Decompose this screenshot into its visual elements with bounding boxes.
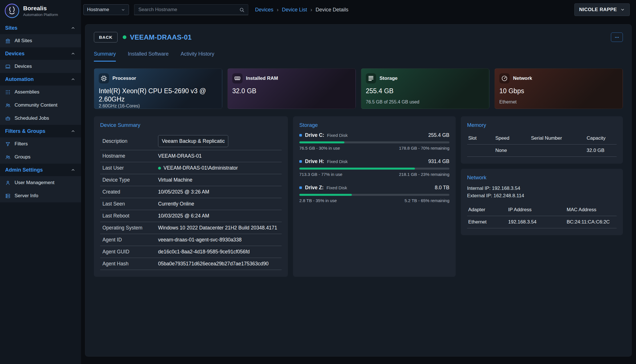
row-value: Virtual Machine: [158, 177, 279, 183]
drive-bullet-icon: [299, 134, 302, 137]
more-actions-button[interactable]: [611, 32, 623, 42]
tab-activity-history[interactable]: Activity History: [181, 51, 214, 62]
app-name: Borealis: [23, 5, 58, 11]
sidebar-item-devices[interactable]: Devices: [0, 60, 81, 73]
section-label: Admin Settings: [5, 167, 43, 173]
table-row-last-reboot: Last Reboot 10/03/2025 @ 6:24 AM: [100, 210, 282, 222]
row-label: Last Seen: [102, 201, 158, 207]
table-row-agent-guid: Agent GUID de16c0c1-8aa2-4d18-9585-9ce91…: [100, 246, 282, 258]
logo-text: Borealis Automation Platform: [23, 5, 58, 17]
search-input[interactable]: [138, 7, 239, 13]
drive-row: Drive Z: Fixed Disk 8.0 TB: [299, 185, 449, 191]
drive-usage-bar: [299, 141, 449, 143]
sidebar-item-user-management[interactable]: User Management: [0, 176, 81, 189]
sidebar-section-devices[interactable]: Devices: [0, 47, 81, 60]
briefcase-icon: [5, 116, 11, 121]
card-title: Processor: [112, 76, 136, 81]
drive-usage-fill: [299, 168, 415, 170]
chevron-down-icon: [121, 8, 125, 12]
ram-icon: [232, 73, 243, 84]
sidebar-section-admin-settings[interactable]: Admin Settings: [0, 164, 81, 176]
user-name: NICOLE RAPPE: [579, 7, 617, 13]
server-icon: [5, 193, 11, 199]
card-footer: [232, 99, 351, 105]
card-head: Processor: [99, 73, 217, 84]
network-panel: Network Internal IP: 192.168.3.54 Extern…: [461, 169, 623, 235]
card-footer: 2.60GHz (16-Cores): [99, 103, 217, 109]
breadcrumb-device-list[interactable]: Device List: [282, 7, 307, 13]
sidebar-item-groups[interactable]: Groups: [0, 151, 81, 164]
right-column: Memory Slot Speed Serial Number Capacity…: [461, 116, 623, 277]
network-table-row: Ethernet 192.168.3.54 BC:24:11:CA:C6:2C: [467, 216, 617, 228]
row-label: Device Type: [102, 177, 158, 183]
sidebar-section-sites[interactable]: Sites: [0, 22, 81, 34]
sidebar-item-all-sites[interactable]: All Sites: [0, 34, 81, 47]
description-input[interactable]: [158, 135, 228, 147]
online-status-dot: [158, 167, 161, 170]
sidebar-item-label: Server Info: [15, 193, 38, 199]
row-value: Currently Online: [158, 201, 279, 207]
building-icon: [5, 38, 11, 44]
tab-installed-software[interactable]: Installed Software: [128, 51, 169, 62]
panel-title: Network: [467, 174, 617, 181]
processor-card: Processor Intel(R) Xeon(R) CPU E5-2690 v…: [94, 68, 222, 109]
card-title: Storage: [379, 76, 397, 81]
app-subtitle: Automation Platform: [23, 13, 58, 17]
user-menu-button[interactable]: NICOLE RAPPE: [574, 3, 630, 16]
table-row-hostname: Hostname VEEAM-DRAAS-01: [100, 150, 282, 162]
storage-stack-icon: [366, 73, 376, 84]
drive-remaining-text: 178.8 GB - 70% remaining: [399, 146, 449, 151]
device-online-dot: [123, 35, 126, 39]
column-header: IP Address: [507, 204, 566, 216]
drive-bullet-icon: [299, 186, 302, 189]
funnel-icon: [5, 141, 11, 147]
card-footer: 76.5 GB of 255.4 GB used: [366, 99, 484, 105]
row-value: 10/05/2025 @ 3:26 AM: [158, 189, 279, 195]
sidebar-items-filters-groups: Filters Groups: [0, 137, 81, 164]
adapter-mac: BC:24:11:CA:C6:2C: [566, 216, 617, 228]
drive-usage-bar: [299, 168, 449, 170]
row-label: Hostname: [102, 153, 158, 159]
sidebar-item-filters[interactable]: Filters: [0, 137, 81, 151]
panel-title: Memory: [467, 122, 617, 128]
search-icon[interactable]: [239, 7, 245, 13]
section-label: Devices: [5, 51, 25, 57]
topbar: Hostname Devices › Device List › Device …: [81, 0, 636, 19]
chevron-up-icon: [71, 51, 75, 56]
sidebar-section-automation[interactable]: Automation: [0, 73, 81, 86]
table-row-last-user: Last User VEEAM-DRAAS-01\Administrator: [100, 162, 282, 174]
sidebar-item-scheduled-jobs[interactable]: Scheduled Jobs: [0, 112, 81, 125]
hostname-filter-select[interactable]: Hostname: [83, 4, 129, 15]
sidebar: Borealis Automation Platform Sites All S…: [0, 0, 81, 364]
drive-remaining-text: 5.2 TB - 65% remaining: [405, 198, 449, 203]
memory-serial: [530, 145, 585, 157]
back-button[interactable]: BACK: [94, 32, 118, 42]
card-value: 10 Gbps: [499, 87, 618, 95]
sidebar-item-server-info[interactable]: Server Info: [0, 189, 81, 202]
sidebar-section-filters-groups[interactable]: Filters & Groups: [0, 125, 81, 137]
breadcrumb-devices[interactable]: Devices: [255, 7, 273, 13]
tab-summary[interactable]: Summary: [94, 51, 116, 62]
sidebar-item-assemblies[interactable]: Assemblies: [0, 86, 81, 99]
card-head: Network: [499, 73, 618, 84]
section-label: Filters & Groups: [5, 128, 45, 134]
device-details-panel: BACK VEEAM-DRAAS-01 Summary Installed So…: [85, 24, 632, 357]
panel-title: Device Summary: [100, 122, 282, 128]
storage-panel: Storage Drive C: Fixed Disk 255.4 GB 76.…: [293, 116, 456, 277]
drive-stats: 713.3 GB - 77% in use 218.1 GB - 23% rem…: [299, 172, 449, 177]
drive-z-block: Drive Z: Fixed Disk 8.0 TB 2.8 TB - 35% …: [299, 185, 449, 203]
chevron-up-icon: [71, 129, 75, 133]
borealis-logo-icon: [5, 3, 19, 18]
memory-capacity: 32.0 GB: [585, 145, 617, 157]
drive-type: Fixed Disk: [327, 159, 348, 164]
memory-panel: Memory Slot Speed Serial Number Capacity…: [461, 116, 623, 164]
search-box: [134, 4, 248, 15]
last-user-value: VEEAM-DRAAS-01\Administrator: [163, 165, 238, 171]
sidebar-item-label: All Sites: [15, 38, 32, 44]
table-row-description: Description: [100, 132, 282, 150]
drive-name: Drive Z:: [305, 185, 324, 191]
sidebar-item-community-content[interactable]: Community Content: [0, 99, 81, 112]
drive-c-block: Drive C: Fixed Disk 255.4 GB 76.5 GB - 3…: [299, 132, 449, 151]
network-card: Network 10 Gbps Ethernet: [494, 68, 623, 109]
drive-name: Drive C:: [305, 132, 324, 138]
